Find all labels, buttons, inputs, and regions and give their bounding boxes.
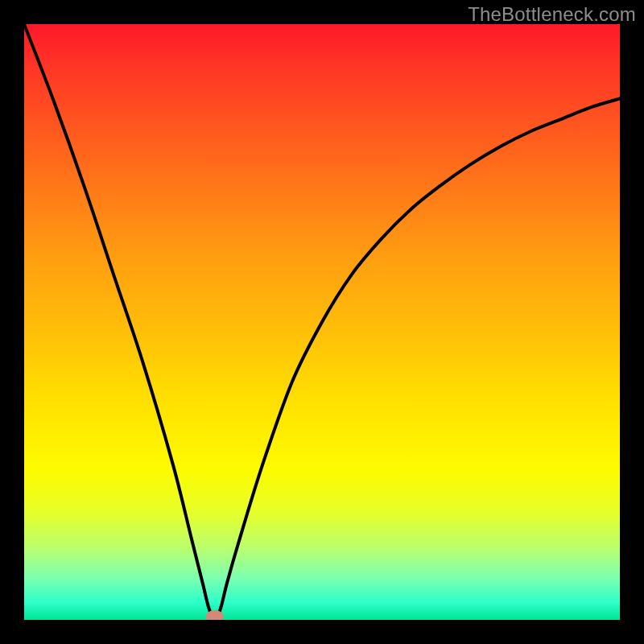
plot-area <box>24 24 620 620</box>
bottleneck-curve <box>24 24 620 620</box>
curve-svg <box>24 24 620 620</box>
chart-frame: TheBottleneck.com <box>0 0 644 644</box>
watermark-text: TheBottleneck.com <box>468 3 636 26</box>
curve-path <box>24 24 620 620</box>
